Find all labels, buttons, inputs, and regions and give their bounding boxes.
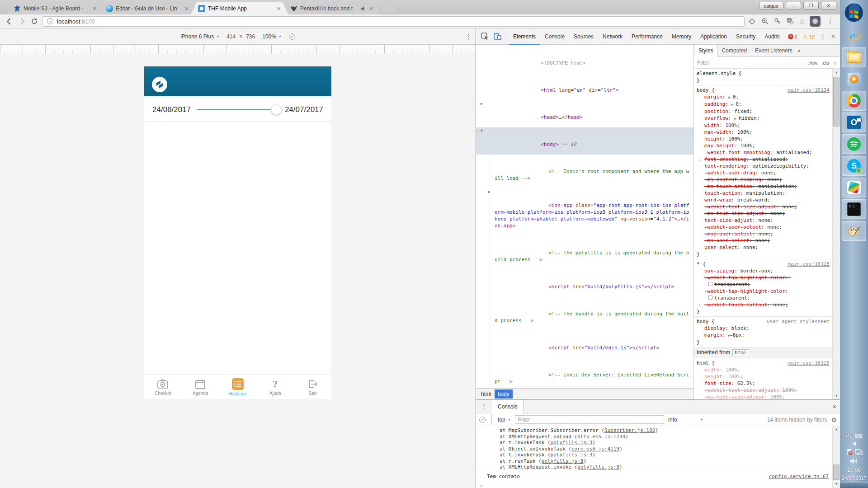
styles-scrollbar[interactable]: ▲ ▼ xyxy=(832,69,840,399)
tab-event-listeners[interactable]: Event Listeners xyxy=(751,45,797,57)
tab-computed[interactable]: Computed xyxy=(718,45,751,57)
browser-tab-pentakill[interactable]: Pentakill is back and t × xyxy=(283,2,381,14)
tab-close-icon[interactable]: × xyxy=(369,5,373,12)
css-property-row[interactable]: text-rendering: optimizeLegibility; xyxy=(697,163,830,169)
drawer-menu-icon[interactable]: ⋮ xyxy=(479,403,489,411)
css-property-row[interactable]: margin: ▶ 0; xyxy=(697,94,830,101)
css-property-row[interactable]: touch-action: manipulation; xyxy=(697,190,830,197)
devtools-tab-network[interactable]: Network xyxy=(599,28,627,45)
css-property-row[interactable]: -webkit-tap-highlight-color: transparent… xyxy=(697,274,830,288)
inspect-element-icon[interactable] xyxy=(479,31,491,42)
console-source-link[interactable]: polyfills.js:3 xyxy=(577,464,619,470)
taskbar-windows-explorer[interactable] xyxy=(842,47,866,67)
devtools-tab-application[interactable]: Application xyxy=(696,28,731,45)
dom-tree-row[interactable]: ▶<ion-app class="app-root app-root-ios i… xyxy=(476,188,693,236)
css-property-row[interactable]: overflow: ▶ hidden; xyxy=(697,115,830,122)
app-tab-checkin[interactable]: CheckIn xyxy=(144,375,182,399)
css-source-link[interactable]: main.css:16118 xyxy=(784,261,830,267)
css-property-row[interactable]: -ms-text-size-adjust: none; xyxy=(697,210,830,217)
css-property-row[interactable]: -ms-touch-action: manipulation; xyxy=(697,183,830,190)
tab-close-icon[interactable]: × xyxy=(277,5,281,12)
keyboard-layout-icon[interactable] xyxy=(855,433,863,439)
log-level-select[interactable]: Info▼ xyxy=(668,417,703,423)
css-property-row[interactable]: -ms-content-zooming: none; xyxy=(697,176,830,183)
devtools-tab-elements[interactable]: Elements xyxy=(509,28,540,45)
css-property-row[interactable]: -webkit-user-drag: none; xyxy=(697,169,830,176)
cast-extension-icon[interactable] xyxy=(748,17,756,25)
scroll-up-icon[interactable]: ▲ xyxy=(833,426,840,433)
inherited-node-link[interactable]: html xyxy=(732,349,749,356)
css-property-row[interactable]: -webkit-text-size-adjust: none; xyxy=(697,203,830,210)
dom-tree-row[interactable]: <script src="build/polyfills.js"></scrip… xyxy=(476,270,693,297)
execution-context-select[interactable]: top▼ xyxy=(498,417,511,423)
tray-clock[interactable]: 10:08 xyxy=(847,467,861,473)
app-tab-agenda[interactable]: Agenda xyxy=(182,375,219,399)
volume-icon[interactable] xyxy=(850,458,858,465)
minimize-button[interactable]: — xyxy=(786,2,801,9)
devtools-tab-performance[interactable]: Performance xyxy=(627,28,667,45)
scroll-up-icon[interactable]: ▲ xyxy=(833,69,840,76)
dom-tree-row[interactable]: <!-- The polyfills js is generated durin… xyxy=(476,236,693,270)
browser-menu-icon[interactable]: ⋮ xyxy=(825,17,835,25)
taskbar-slack[interactable] xyxy=(842,178,866,197)
css-property-row[interactable]: word-wrap: break-word; xyxy=(697,197,830,203)
console-source-link[interactable]: polyfills.js:3 xyxy=(551,440,593,446)
new-tab-button[interactable] xyxy=(381,5,399,13)
devtools-tab-console[interactable]: Console xyxy=(541,28,569,45)
scrollbar-thumb[interactable] xyxy=(833,465,840,480)
css-property-row[interactable]: height: 100%; xyxy=(697,373,830,380)
dom-tree-row[interactable]: <html lang="en" dir="ltr"> xyxy=(476,73,693,100)
bookmark-star-icon[interactable]: ☆ xyxy=(799,17,805,26)
css-property-row[interactable]: padding: ▶ 0; xyxy=(697,101,830,108)
page-info-icon[interactable]: i xyxy=(47,18,53,24)
expand-arrow-icon[interactable]: ▼ xyxy=(481,127,483,134)
tab-styles[interactable]: Styles xyxy=(694,45,718,57)
reload-icon[interactable] xyxy=(30,17,39,26)
console-prompt[interactable]: › xyxy=(476,481,832,488)
css-property-row[interactable]: height: 100%; xyxy=(697,136,830,142)
device-toolbar-menu-icon[interactable]: ⋮ xyxy=(465,33,472,41)
css-property-row[interactable]: -webkit-user-select: none; xyxy=(697,224,830,230)
css-property-row[interactable]: position: fixed; xyxy=(697,108,830,115)
console-drawer-tab[interactable]: Console xyxy=(492,400,524,413)
devtools-tab-security[interactable]: Security xyxy=(732,28,760,45)
browser-tab-thf-mobile-app[interactable]: THF Mobile App × xyxy=(191,2,288,14)
tabs-overflow-icon[interactable]: » xyxy=(797,47,801,54)
console-source-link[interactable]: core.es5.js:4119 xyxy=(571,446,619,452)
scroll-down-icon[interactable]: ▼ xyxy=(833,392,840,399)
drawer-close-icon[interactable]: × xyxy=(832,403,836,410)
css-property-row[interactable]: max-width: 100%; xyxy=(697,129,830,136)
log-source-link[interactable]: config.service.ts:67 xyxy=(769,474,829,480)
warning-badge[interactable]: ⚠12 xyxy=(803,33,815,40)
close-window-button[interactable]: ✕ xyxy=(821,2,836,9)
restore-button[interactable]: ❐ xyxy=(803,2,819,9)
taskbar-command-prompt[interactable]: C:\_ xyxy=(842,199,866,219)
zoom-select[interactable]: 100%▼ xyxy=(262,33,282,40)
color-swatch[interactable] xyxy=(708,296,712,300)
styles-filter-input[interactable]: Filter xyxy=(697,60,808,66)
profile-button[interactable]: caique xyxy=(759,2,783,9)
address-bar[interactable]: i localhost:8100 xyxy=(42,16,745,27)
console-scrollbar[interactable]: ▲ ▼ xyxy=(832,426,840,488)
clear-console-icon[interactable] xyxy=(479,417,486,423)
taskbar-skype[interactable]: S xyxy=(842,156,866,176)
viewport-dimensions[interactable]: 414×736 xyxy=(226,33,255,40)
device-select[interactable]: iPhone 6 Plus▼ xyxy=(180,33,219,40)
css-property-row[interactable]: ⚠-webkit-touch-callout: none; xyxy=(697,301,830,308)
css-source-link[interactable]: main.css:16125 xyxy=(784,360,830,366)
css-selector[interactable]: body xyxy=(697,318,709,325)
error-badge[interactable]: ×2 xyxy=(788,34,797,39)
start-button[interactable] xyxy=(844,2,864,23)
show-hidden-icons-arrow[interactable] xyxy=(853,441,856,446)
action-center-flag-icon[interactable] xyxy=(846,448,853,455)
css-property-row[interactable]: margin: ▶ 8px; xyxy=(697,332,830,339)
console-filter-input[interactable]: Filter xyxy=(515,415,664,424)
breadcrumb-html[interactable]: html xyxy=(478,389,495,399)
devtools-tab-memory[interactable]: Memory xyxy=(668,28,695,45)
dom-tree-row[interactable]: ⋯ ▼<body> == $0 xyxy=(476,127,693,155)
language-indicator[interactable]: PT xyxy=(845,433,852,439)
dom-tree-row[interactable]: <!-- Ionic's root component and where th… xyxy=(476,155,693,188)
css-property-row[interactable]: width: 100%; xyxy=(697,366,830,373)
css-property-row[interactable]: text-size-adjust: none; xyxy=(697,217,830,224)
browser-tab-guia-de-uso[interactable]: Editar - Guia de Uso - Lin × xyxy=(99,2,196,14)
